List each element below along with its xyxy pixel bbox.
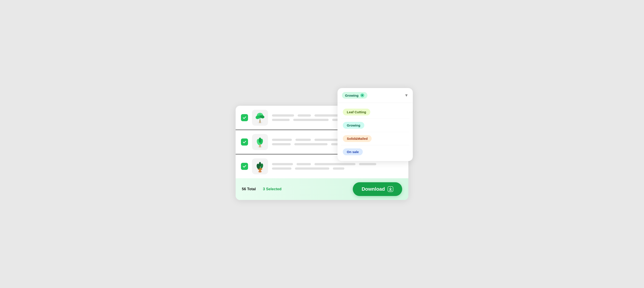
total-count: 56 Total <box>242 187 256 191</box>
option-tag-solid: Solid&Mailed <box>343 135 372 142</box>
option-on-sale[interactable]: On sale <box>341 145 409 158</box>
plant-thumbnail-3 <box>252 158 268 174</box>
dropdown-card: Growing ✕ ▼ Leaf Cutting Growing Solid&M… <box>338 88 413 161</box>
remove-tag-button[interactable]: ✕ <box>360 93 364 97</box>
selected-tag[interactable]: Growing ✕ <box>342 92 368 99</box>
plant-thumbnail-2 <box>252 134 268 150</box>
svg-point-12 <box>259 138 261 143</box>
dropdown-options: Leaf Cutting Growing Solid&Mailed On sal… <box>338 103 413 161</box>
download-label: Download <box>362 186 385 192</box>
dropdown-chevron[interactable]: ▼ <box>404 93 408 98</box>
download-button[interactable]: Download <box>353 182 402 196</box>
item-lines-3 <box>272 163 403 170</box>
dropdown-header: Growing ✕ ▼ <box>338 88 413 103</box>
checkbox-1[interactable] <box>241 114 248 121</box>
selected-count: 3 Selected <box>263 187 282 191</box>
bottom-bar: 56 Total 3 Selected Download <box>236 178 408 200</box>
option-leaf-cutting[interactable]: Leaf Cutting <box>341 105 409 119</box>
option-tag-onsale: On sale <box>343 148 363 155</box>
selected-tag-label: Growing <box>345 94 358 97</box>
download-icon <box>388 186 393 192</box>
plant-thumbnail-1 <box>252 110 268 126</box>
checkbox-2[interactable] <box>241 138 248 146</box>
checkbox-3[interactable] <box>241 163 248 170</box>
scene: Growing ✕ ▼ Leaf Cutting Growing Solid&M… <box>236 88 408 200</box>
option-solid-mailed[interactable]: Solid&Mailed <box>341 132 409 145</box>
option-tag-growing: Growing <box>343 122 364 129</box>
option-tag-leaf: Leaf Cutting <box>343 109 370 115</box>
option-growing[interactable]: Growing <box>341 119 409 132</box>
